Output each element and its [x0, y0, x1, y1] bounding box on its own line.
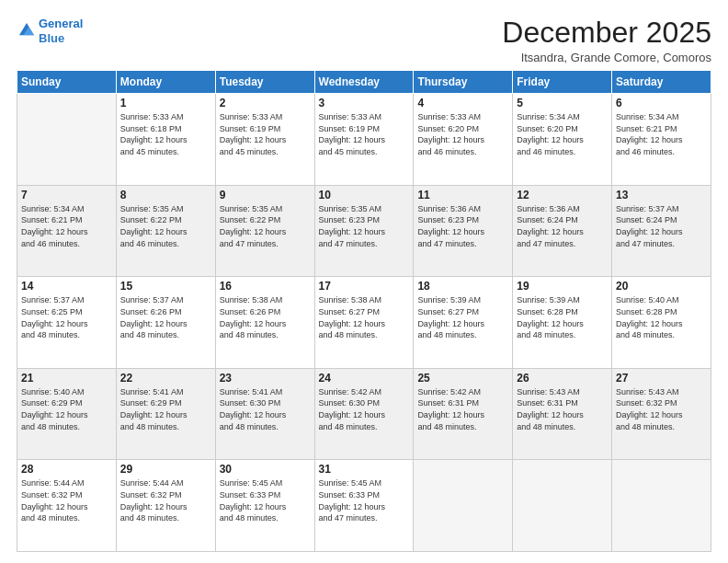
table-row: 31Sunrise: 5:45 AM Sunset: 6:33 PM Dayli… — [314, 460, 414, 552]
table-row: 21Sunrise: 5:40 AM Sunset: 6:29 PM Dayli… — [17, 368, 117, 460]
day-info: Sunrise: 5:42 AM Sunset: 6:30 PM Dayligh… — [319, 386, 410, 432]
day-info: Sunrise: 5:40 AM Sunset: 6:28 PM Dayligh… — [616, 294, 707, 340]
day-info: Sunrise: 5:34 AM Sunset: 6:20 PM Dayligh… — [517, 111, 608, 157]
table-row: 6Sunrise: 5:34 AM Sunset: 6:21 PM Daylig… — [612, 94, 711, 186]
day-info: Sunrise: 5:36 AM Sunset: 6:23 PM Dayligh… — [417, 203, 508, 249]
day-number: 1 — [120, 97, 211, 109]
table-row: 3Sunrise: 5:33 AM Sunset: 6:19 PM Daylig… — [314, 94, 414, 186]
table-row — [414, 460, 513, 552]
table-row: 24Sunrise: 5:42 AM Sunset: 6:30 PM Dayli… — [314, 368, 414, 460]
table-row: 26Sunrise: 5:43 AM Sunset: 6:31 PM Dayli… — [513, 368, 612, 460]
table-row: 30Sunrise: 5:45 AM Sunset: 6:33 PM Dayli… — [215, 460, 314, 552]
day-info: Sunrise: 5:34 AM Sunset: 6:21 PM Dayligh… — [21, 203, 112, 249]
table-row: 14Sunrise: 5:37 AM Sunset: 6:25 PM Dayli… — [17, 277, 117, 369]
day-number: 7 — [21, 189, 112, 201]
day-info: Sunrise: 5:33 AM Sunset: 6:19 PM Dayligh… — [220, 111, 311, 157]
day-number: 8 — [120, 189, 211, 201]
day-number: 31 — [319, 463, 410, 476]
table-row: 29Sunrise: 5:44 AM Sunset: 6:32 PM Dayli… — [116, 460, 215, 552]
day-info: Sunrise: 5:33 AM Sunset: 6:18 PM Dayligh… — [120, 111, 211, 157]
day-info: Sunrise: 5:43 AM Sunset: 6:32 PM Dayligh… — [616, 386, 707, 432]
day-number: 11 — [417, 189, 508, 201]
day-number: 6 — [616, 97, 707, 109]
col-sunday: Sunday — [17, 71, 117, 94]
day-info: Sunrise: 5:35 AM Sunset: 6:22 PM Dayligh… — [220, 203, 311, 249]
day-info: Sunrise: 5:33 AM Sunset: 6:19 PM Dayligh… — [319, 111, 410, 157]
day-info: Sunrise: 5:39 AM Sunset: 6:27 PM Dayligh… — [417, 294, 508, 340]
day-number: 27 — [616, 372, 707, 385]
day-number: 28 — [21, 463, 112, 476]
day-number: 14 — [21, 280, 112, 293]
day-info: Sunrise: 5:39 AM Sunset: 6:28 PM Dayligh… — [517, 294, 608, 340]
month-title: December 2025 — [502, 17, 711, 49]
day-number: 17 — [319, 280, 410, 293]
day-number: 24 — [319, 372, 410, 385]
day-number: 13 — [616, 189, 707, 201]
day-number: 30 — [220, 463, 311, 476]
day-info: Sunrise: 5:34 AM Sunset: 6:21 PM Dayligh… — [616, 111, 707, 157]
col-friday: Friday — [513, 71, 612, 94]
day-info: Sunrise: 5:33 AM Sunset: 6:20 PM Dayligh… — [417, 111, 508, 157]
col-monday: Monday — [116, 71, 215, 94]
day-info: Sunrise: 5:45 AM Sunset: 6:33 PM Dayligh… — [220, 477, 311, 523]
col-saturday: Saturday — [612, 71, 711, 94]
day-info: Sunrise: 5:35 AM Sunset: 6:22 PM Dayligh… — [120, 203, 211, 249]
day-info: Sunrise: 5:38 AM Sunset: 6:26 PM Dayligh… — [220, 294, 311, 340]
table-row: 27Sunrise: 5:43 AM Sunset: 6:32 PM Dayli… — [612, 368, 711, 460]
logo: General Blue — [17, 17, 83, 45]
calendar-week-row: 7Sunrise: 5:34 AM Sunset: 6:21 PM Daylig… — [17, 185, 711, 277]
day-number: 4 — [417, 97, 508, 109]
day-number: 25 — [417, 372, 508, 385]
day-number: 18 — [417, 280, 508, 293]
title-block: December 2025 Itsandra, Grande Comore, C… — [502, 17, 711, 64]
day-info: Sunrise: 5:37 AM Sunset: 6:24 PM Dayligh… — [616, 203, 707, 249]
table-row: 13Sunrise: 5:37 AM Sunset: 6:24 PM Dayli… — [612, 185, 711, 277]
table-row: 25Sunrise: 5:42 AM Sunset: 6:31 PM Dayli… — [414, 368, 513, 460]
col-wednesday: Wednesday — [314, 71, 414, 94]
day-number: 2 — [220, 97, 311, 109]
table-row: 10Sunrise: 5:35 AM Sunset: 6:23 PM Dayli… — [314, 185, 414, 277]
day-number: 9 — [220, 189, 311, 201]
table-row: 1Sunrise: 5:33 AM Sunset: 6:18 PM Daylig… — [116, 94, 215, 186]
table-row: 17Sunrise: 5:38 AM Sunset: 6:27 PM Dayli… — [314, 277, 414, 369]
calendar-week-row: 1Sunrise: 5:33 AM Sunset: 6:18 PM Daylig… — [17, 94, 711, 186]
table-row: 22Sunrise: 5:41 AM Sunset: 6:29 PM Dayli… — [116, 368, 215, 460]
calendar-table: Sunday Monday Tuesday Wednesday Thursday… — [17, 70, 711, 552]
day-info: Sunrise: 5:43 AM Sunset: 6:31 PM Dayligh… — [517, 386, 608, 432]
day-number: 22 — [120, 372, 211, 385]
day-number: 29 — [120, 463, 211, 476]
calendar-week-row: 21Sunrise: 5:40 AM Sunset: 6:29 PM Dayli… — [17, 368, 711, 460]
table-row: 28Sunrise: 5:44 AM Sunset: 6:32 PM Dayli… — [17, 460, 117, 552]
day-info: Sunrise: 5:36 AM Sunset: 6:24 PM Dayligh… — [517, 203, 608, 249]
day-number: 21 — [21, 372, 112, 385]
day-number: 10 — [319, 189, 410, 201]
table-row: 20Sunrise: 5:40 AM Sunset: 6:28 PM Dayli… — [612, 277, 711, 369]
table-row: 8Sunrise: 5:35 AM Sunset: 6:22 PM Daylig… — [116, 185, 215, 277]
day-info: Sunrise: 5:41 AM Sunset: 6:30 PM Dayligh… — [220, 386, 311, 432]
calendar-week-row: 28Sunrise: 5:44 AM Sunset: 6:32 PM Dayli… — [17, 460, 711, 552]
day-info: Sunrise: 5:35 AM Sunset: 6:23 PM Dayligh… — [319, 203, 410, 249]
table-row: 4Sunrise: 5:33 AM Sunset: 6:20 PM Daylig… — [414, 94, 513, 186]
day-info: Sunrise: 5:38 AM Sunset: 6:27 PM Dayligh… — [319, 294, 410, 340]
day-info: Sunrise: 5:45 AM Sunset: 6:33 PM Dayligh… — [319, 477, 410, 523]
day-info: Sunrise: 5:37 AM Sunset: 6:26 PM Dayligh… — [120, 294, 211, 340]
header: General Blue December 2025 Itsandra, Gra… — [17, 17, 711, 64]
col-thursday: Thursday — [414, 71, 513, 94]
table-row — [513, 460, 612, 552]
day-number: 23 — [220, 372, 311, 385]
day-number: 12 — [517, 189, 608, 201]
day-info: Sunrise: 5:41 AM Sunset: 6:29 PM Dayligh… — [120, 386, 211, 432]
table-row — [612, 460, 711, 552]
table-row: 15Sunrise: 5:37 AM Sunset: 6:26 PM Dayli… — [116, 277, 215, 369]
logo-icon — [17, 20, 37, 40]
col-tuesday: Tuesday — [215, 71, 314, 94]
day-info: Sunrise: 5:44 AM Sunset: 6:32 PM Dayligh… — [21, 477, 112, 523]
day-info: Sunrise: 5:42 AM Sunset: 6:31 PM Dayligh… — [417, 386, 508, 432]
table-row: 7Sunrise: 5:34 AM Sunset: 6:21 PM Daylig… — [17, 185, 117, 277]
table-row: 11Sunrise: 5:36 AM Sunset: 6:23 PM Dayli… — [414, 185, 513, 277]
day-info: Sunrise: 5:40 AM Sunset: 6:29 PM Dayligh… — [21, 386, 112, 432]
day-number: 26 — [517, 372, 608, 385]
day-info: Sunrise: 5:37 AM Sunset: 6:25 PM Dayligh… — [21, 294, 112, 340]
table-row: 5Sunrise: 5:34 AM Sunset: 6:20 PM Daylig… — [513, 94, 612, 186]
table-row: 23Sunrise: 5:41 AM Sunset: 6:30 PM Dayli… — [215, 368, 314, 460]
